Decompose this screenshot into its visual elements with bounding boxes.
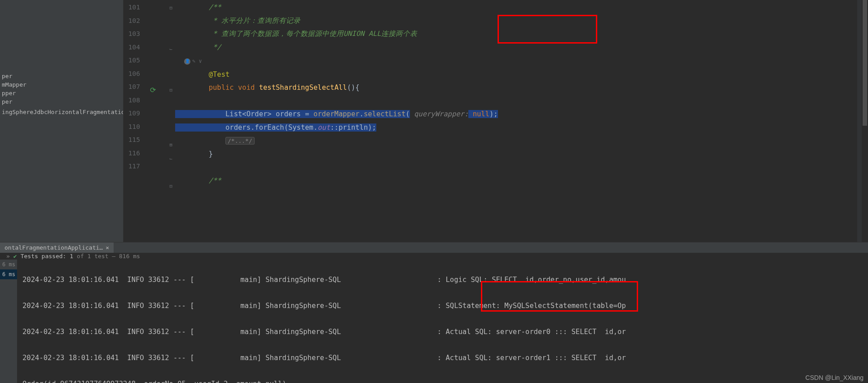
console-line: Order(id=967431077649973248, orderNo=05,…: [22, 378, 868, 383]
line-number: 108: [123, 94, 140, 107]
code-text: null: [468, 110, 489, 118]
test-status-dim: of 1 test – 816 ms: [77, 253, 140, 260]
line-number: 102: [123, 14, 140, 28]
folded-region[interactable]: /*...*/: [225, 137, 255, 145]
fold-collapse-icon[interactable]: ⟳⊟: [148, 84, 175, 97]
fold-end-icon[interactable]: ⌙: [148, 152, 175, 166]
code-text: orderMapper: [313, 110, 360, 118]
sidebar-item[interactable]: ingSphereJdbcHorizontalFragmentation: [0, 108, 123, 116]
expand-icon[interactable]: »: [6, 253, 10, 260]
test-status-text: Tests passed: 1: [21, 253, 73, 260]
line-number: 109: [123, 107, 140, 120]
test-status-bar: » ✔ Tests passed: 1 of 1 test – 816 ms: [0, 253, 868, 260]
code-area[interactable]: /** * 水平分片：查询所有记录 * 查询了两个数据源，每个数据源中使用UNI…: [175, 0, 857, 242]
run-test-icon[interactable]: ⟳: [150, 84, 156, 97]
watermark: CSDN @Lin_XXiang: [806, 374, 864, 381]
code-text: );: [489, 110, 498, 118]
minimap[interactable]: [857, 0, 862, 242]
sidebar-item[interactable]: mMapper: [0, 80, 123, 89]
test-tree[interactable]: 6 ms 6 ms: [0, 260, 17, 383]
console-line: 2024-02-23 18:01:16.041 INFO 33612 --- […: [22, 352, 868, 365]
run-tab-label: ontalFragmentationApplicati…: [4, 244, 103, 251]
fold-collapse-icon[interactable]: ⊟: [148, 1, 175, 15]
code-text: );: [368, 123, 376, 132]
console-line: 2024-02-23 18:01:16.041 INFO 33612 --- […: [22, 273, 868, 286]
code-text: /**: [175, 3, 221, 11]
scrollbar-thumb[interactable]: [863, 0, 867, 126]
code-text: /**: [175, 176, 221, 185]
top-section: per mMapper pper per ingSphereJdbcHorizo…: [0, 0, 868, 242]
run-panel: ontalFragmentationApplicati… × » ✔ Tests…: [0, 242, 868, 383]
code-text: ::println: [330, 123, 368, 132]
line-number: 105: [123, 54, 140, 67]
fold-expand-icon[interactable]: ⊞: [148, 138, 175, 152]
code-editor[interactable]: 101 102 103 104 105 106 107 108 109 110 …: [123, 0, 868, 242]
fold-collapse-icon[interactable]: ⊟: [148, 180, 175, 193]
line-number-gutter: 101 102 103 104 105 106 107 108 109 110 …: [123, 0, 148, 242]
sidebar-item[interactable]: per: [0, 72, 123, 80]
run-tab[interactable]: ontalFragmentationApplicati… ×: [0, 242, 114, 253]
code-text: @Test: [209, 70, 230, 79]
ide-root: per mMapper pper per ingSphereJdbcHorizo…: [0, 0, 868, 383]
line-number: 115: [123, 133, 140, 147]
code-text: testShardingSelectAll: [259, 84, 347, 92]
code-text: (: [405, 110, 410, 118]
test-duration: 6 ms: [0, 260, 17, 269]
run-tab-bar: ontalFragmentationApplicati… ×: [0, 242, 868, 253]
console-body: 6 ms 6 ms 2024-02-23 18:01:16.041 INFO 3…: [0, 260, 868, 383]
close-icon[interactable]: ×: [106, 244, 109, 251]
author-hint[interactable]: 👤✎ ∨: [184, 55, 202, 68]
code-text: selectList: [364, 110, 405, 118]
fold-end-icon[interactable]: ⌙: [148, 43, 175, 56]
code-text: */: [175, 43, 221, 51]
sidebar-item[interactable]: pper: [0, 89, 123, 97]
line-number: 117: [123, 160, 140, 173]
code-text: List<Order> orders =: [175, 110, 313, 118]
code-text: * 查询了两个数据源，每个数据源中使用UNION ALL连接两个表: [175, 30, 417, 38]
console-line: 2024-02-23 18:01:16.041 INFO 33612 --- […: [22, 326, 868, 339]
code-text: void: [238, 84, 255, 92]
code-text: orders.forEach(System.: [175, 123, 317, 132]
code-text: out: [317, 123, 330, 132]
code-text: (){: [347, 84, 360, 92]
line-number: 103: [123, 27, 140, 41]
check-icon: ✔: [13, 253, 17, 260]
vertical-scrollbar[interactable]: [862, 0, 868, 242]
test-duration[interactable]: 6 ms: [0, 269, 17, 279]
line-number: 106: [123, 67, 140, 81]
author-hint-text: ✎ ∨: [192, 55, 202, 68]
line-number: 104: [123, 41, 140, 54]
code-text: .: [360, 110, 364, 118]
line-number: 116: [123, 147, 140, 160]
user-icon: 👤: [184, 58, 190, 65]
code-text: public: [209, 84, 234, 92]
line-number: 101: [123, 1, 140, 14]
console-line: 2024-02-23 18:01:16.041 INFO 33612 --- […: [22, 299, 868, 313]
line-number: 110: [123, 120, 140, 134]
inlay-hint: queryWrapper:: [414, 110, 468, 118]
line-number: 107: [123, 80, 140, 94]
code-text: }: [175, 150, 213, 158]
gutter-icons: ⊟ ⌙ ⟳⊟ ⊞ ⌙ ⊟: [148, 0, 175, 242]
code-text: * 水平分片：查询所有记录: [175, 17, 300, 25]
project-sidebar[interactable]: per mMapper pper per ingSphereJdbcHorizo…: [0, 0, 123, 242]
console-output[interactable]: 2024-02-23 18:01:16.041 INFO 33612 --- […: [17, 260, 868, 383]
sidebar-item[interactable]: per: [0, 97, 123, 106]
